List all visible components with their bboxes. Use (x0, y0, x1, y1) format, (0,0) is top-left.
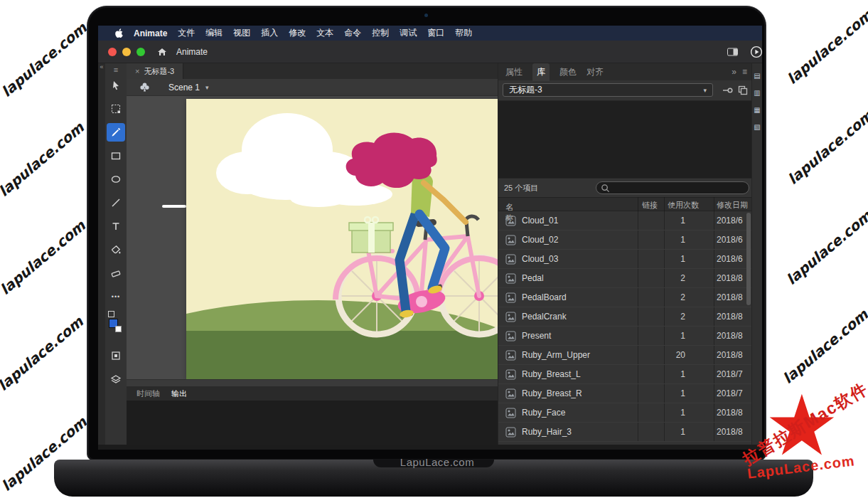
graphic-symbol-icon (505, 408, 516, 418)
item-modified-date: 2018/8 (717, 408, 749, 418)
library-row[interactable]: Ruby_Arm_Upper202018/8 (498, 346, 752, 365)
item-use-count: 2 (664, 273, 685, 283)
object-drawing-toggle-button[interactable] (107, 346, 125, 365)
document-home-tab[interactable]: Animate (176, 47, 208, 57)
menu-window[interactable]: 窗口 (427, 27, 444, 39)
workspace-switcher-button[interactable] (727, 46, 739, 58)
brush-tool-button[interactable] (107, 123, 125, 142)
menu-edit[interactable]: 编辑 (205, 27, 223, 39)
minimize-window-button[interactable] (122, 48, 131, 56)
hamburger-glyph: ≡ (114, 65, 118, 74)
library-search-input[interactable] (613, 184, 744, 192)
menu-text[interactable]: 文本 (316, 27, 333, 39)
collapsed-panel-icon-3[interactable]: ▦ (754, 106, 760, 114)
column-linkage[interactable]: 链接 (642, 200, 658, 211)
edit-scene-button[interactable] (139, 82, 150, 92)
library-row[interactable]: Cloud_0112018/6 (498, 211, 752, 231)
close-window-button[interactable] (108, 48, 117, 56)
zoom-window-button[interactable] (136, 48, 145, 56)
menu-commands[interactable]: 命令 (344, 27, 361, 39)
item-use-count: 1 (664, 388, 685, 398)
menu-modify[interactable]: 修改 (289, 27, 306, 39)
more-tools-button[interactable]: ••• (107, 287, 125, 306)
workspace-layout-icon (727, 46, 739, 58)
color-swatches[interactable] (107, 311, 125, 337)
paint-bucket-tool-button[interactable] (107, 240, 125, 259)
apple-logo-icon (115, 28, 123, 38)
library-row[interactable]: Pedal22018/8 (498, 269, 752, 288)
panel-overflow-icon[interactable]: » (732, 67, 736, 77)
column-modified[interactable]: 修改日期 (717, 200, 748, 211)
tab-color[interactable]: 颜色 (559, 66, 577, 78)
swap-color-swatch[interactable] (115, 326, 122, 332)
window-titlebar: Animate (98, 41, 762, 63)
laptop-brand-text: LapuLace.com (384, 456, 491, 468)
library-row[interactable]: Ruby_Breast_R12018/7 (498, 384, 752, 403)
dock-collapse-rail[interactable]: « (98, 63, 105, 445)
item-use-count: 1 (664, 427, 685, 437)
collapsed-panel-icon-4[interactable]: ▧ (754, 123, 760, 131)
layers-options-button[interactable] (107, 370, 125, 388)
stage[interactable] (186, 99, 498, 379)
rectangle-tool-button[interactable] (107, 147, 125, 165)
library-row[interactable]: Cloud_0312018/6 (498, 250, 752, 269)
library-row[interactable]: Ruby_Hair_312018/8 (498, 423, 752, 442)
selection-arrow-icon (110, 80, 122, 91)
pin-library-button[interactable] (722, 85, 733, 96)
tab-timeline[interactable]: 时间轴 (136, 388, 160, 399)
test-movie-button[interactable] (750, 46, 762, 58)
graphic-symbol-icon (505, 312, 516, 322)
tab-align[interactable]: 对齐 (586, 66, 604, 78)
line-tool-button[interactable] (107, 194, 125, 212)
scene-chevron-icon[interactable]: ▾ (205, 84, 209, 91)
menu-help[interactable]: 帮助 (455, 27, 472, 39)
watermark: lapulace.com (0, 119, 87, 200)
graphic-symbol-icon (505, 427, 516, 438)
tools-panel-menu[interactable]: ≡ (105, 63, 127, 76)
menu-debug[interactable]: 调试 (400, 27, 417, 39)
panel-menu-icon[interactable]: ≡ (742, 67, 747, 77)
library-row[interactable]: Cloud_0212018/6 (498, 231, 752, 250)
menu-view[interactable]: 视图 (233, 27, 250, 39)
scrollbar-thumb[interactable] (746, 213, 751, 305)
horizontal-scrollbar[interactable] (127, 379, 498, 386)
tab-library[interactable]: 库 (532, 63, 550, 81)
collapse-panel-glyph: « (100, 63, 103, 70)
menubar-app-name[interactable]: Animate (134, 28, 167, 38)
tab-properties[interactable]: 属性 (505, 66, 523, 78)
library-row[interactable]: Ruby_Face12018/8 (498, 403, 752, 423)
collapsed-panel-icon-2[interactable]: ▥ (754, 89, 760, 97)
close-document-icon[interactable]: × (135, 67, 139, 75)
item-modified-date: 2018/8 (717, 292, 749, 302)
library-document-select[interactable]: 无标题-3 ▾ (503, 83, 713, 97)
selection-tool-button[interactable] (107, 76, 125, 95)
home-button[interactable] (156, 46, 168, 58)
menu-control[interactable]: 控制 (372, 27, 389, 39)
clover-scene-icon (139, 82, 150, 92)
menu-insert[interactable]: 插入 (261, 27, 278, 39)
output-console (127, 401, 498, 445)
menu-file[interactable]: 文件 (178, 27, 195, 39)
text-tool-button[interactable] (107, 217, 125, 235)
stroke-color-swatch[interactable] (108, 311, 114, 317)
new-library-panel-button[interactable] (737, 85, 749, 96)
column-use-count[interactable]: 使用次数 (668, 200, 699, 211)
tab-output[interactable]: 输出 (171, 388, 187, 399)
library-row[interactable]: PedalBoard22018/8 (498, 288, 752, 307)
eraser-tool-button[interactable] (107, 264, 125, 282)
collapsed-panel-strip: ▤ ▥ ▦ ▧ (751, 63, 762, 445)
oval-tool-button[interactable] (107, 170, 125, 189)
play-circle-icon (750, 46, 762, 58)
free-transform-tool-button[interactable] (107, 100, 125, 118)
library-row[interactable]: Ruby_Breast_L12018/7 (498, 365, 752, 384)
document-tab-bar: × 无标题-3 (127, 63, 498, 79)
collapsed-panel-icon-1[interactable]: ▤ (754, 72, 760, 80)
library-scrollbar[interactable] (746, 211, 751, 442)
watermark: lapulace.com (0, 19, 90, 100)
document-tab[interactable]: × 无标题-3 (127, 63, 183, 79)
scene-name[interactable]: Scene 1 (168, 83, 200, 92)
apple-menu[interactable] (115, 28, 123, 38)
tools-panel: ≡ (105, 63, 127, 445)
library-row[interactable]: PedalCrank22018/8 (498, 307, 752, 327)
library-row[interactable]: Present12018/8 (498, 327, 752, 346)
